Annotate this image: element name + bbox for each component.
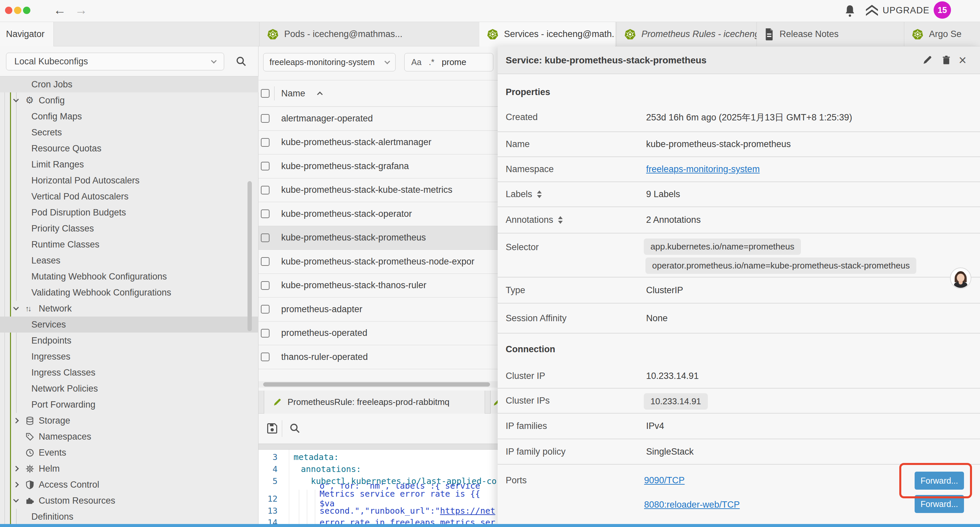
search-icon[interactable]	[235, 56, 247, 67]
property-value: IPv4	[646, 414, 664, 439]
sidebar-item-mutating-webhook-configurations[interactable]: Mutating Webhook Configurations	[0, 269, 259, 285]
scrollbar-thumb[interactable]	[263, 382, 490, 387]
table-row[interactable]: kube-prometheus-stack-thanos-ruler	[259, 274, 498, 298]
tab-release-notes[interactable]: Release Notes	[757, 22, 904, 46]
row-checkbox[interactable]	[261, 329, 269, 338]
namespace-link[interactable]: freeleaps-monitoring-system	[646, 164, 760, 174]
port-link-8080[interactable]: 8080:reloader-web/TCP	[644, 500, 740, 510]
window-maximize-button[interactable]	[23, 7, 30, 14]
sidebar-item-network-policies[interactable]: Network Policies	[0, 381, 259, 396]
expand-collapse-icon[interactable]	[537, 191, 542, 198]
row-checkbox[interactable]	[261, 162, 269, 170]
table-row-selected[interactable]: kube-prometheus-stack-prometheus	[259, 226, 498, 250]
tab-prometheus-rules[interactable]: Prometheus Rules - icecheng...	[616, 22, 757, 46]
sidebar-item-namespaces[interactable]: Namespaces	[0, 428, 259, 444]
sidebar-item-access-control[interactable]: Access Control	[0, 477, 259, 493]
row-checkbox[interactable]	[261, 281, 269, 290]
row-checkbox[interactable]	[261, 234, 269, 242]
notifications-bell-icon[interactable]	[845, 4, 855, 17]
editor-toolbar	[259, 414, 498, 444]
row-checkbox[interactable]	[261, 186, 269, 194]
select-all-checkbox[interactable]	[261, 89, 269, 98]
row-checkbox[interactable]	[261, 353, 269, 361]
window-close-button[interactable]	[5, 7, 12, 14]
match-case-toggle[interactable]: Aa	[411, 57, 422, 67]
forward-arrow-icon[interactable]: →	[75, 3, 88, 18]
sidebar-item-helm[interactable]: Helm	[0, 461, 259, 477]
filter-input[interactable]: Aa .* prome	[404, 53, 493, 72]
name-column-header[interactable]: Name	[281, 80, 322, 107]
upgrade-button[interactable]: UPGRADE	[866, 5, 930, 16]
sidebar-item-endpoints[interactable]: Endpoints	[0, 333, 259, 349]
save-icon[interactable]	[266, 422, 278, 434]
back-arrow-icon[interactable]: ←	[53, 3, 66, 18]
port-link-9090[interactable]: 9090/TCP	[644, 475, 685, 486]
trash-icon[interactable]	[941, 55, 951, 65]
window-minimize-button[interactable]	[14, 7, 21, 14]
sidebar-item-cron-jobs[interactable]: Cron Jobs	[0, 76, 259, 92]
table-row[interactable]: alertmanager-operated	[259, 107, 498, 131]
cluster-ip-chip: 10.233.14.91	[644, 393, 708, 409]
row-checkbox[interactable]	[261, 114, 269, 123]
table-row[interactable]: prometheus-adapter	[259, 298, 498, 322]
editor-tab-prometheusrule[interactable]: PrometheusRule: freeleaps-prod-rabbitmq	[264, 390, 485, 414]
kubeconfig-row: Local Kubeconfigs	[0, 46, 258, 76]
sidebar-item-events[interactable]: Events	[0, 444, 259, 461]
tab-pods[interactable]: Pods - icecheng@mathmas...	[259, 22, 478, 46]
sidebar-item-limit-ranges[interactable]: Limit Ranges	[0, 156, 259, 172]
sidebar-item-vertical-pod-autoscalers[interactable]: Vertical Pod Autoscalers	[0, 188, 259, 204]
sidebar-item-config-maps[interactable]: Config Maps	[0, 108, 259, 124]
horizontal-scrollbar[interactable]	[259, 381, 498, 388]
expand-collapse-icon[interactable]	[558, 216, 563, 224]
sidebar-item-priority-classes[interactable]: Priority Classes	[0, 220, 259, 236]
row-checkbox[interactable]	[261, 209, 269, 218]
avatar[interactable]	[950, 267, 971, 289]
table-row[interactable]: kube-prometheus-stack-alertmanager	[259, 131, 498, 155]
row-checkbox[interactable]	[261, 305, 269, 314]
line-number: 13	[259, 506, 283, 516]
tab-navigator[interactable]: Navigator	[0, 22, 54, 46]
sidebar-item-config[interactable]: ⚙Config	[0, 92, 259, 108]
sidebar-item-leases[interactable]: Leases	[0, 253, 259, 269]
code-link[interactable]: https://net	[440, 506, 495, 516]
close-panel-icon[interactable]: ×	[959, 51, 966, 69]
property-value: 253d 16h 6m ago (2025年1月13日 GMT+8 1:25:3…	[646, 103, 852, 131]
line-number: 12	[259, 494, 283, 504]
table-row[interactable]: kube-prometheus-stack-grafana	[259, 154, 498, 178]
table-row[interactable]: kube-prometheus-stack-operator	[259, 202, 498, 226]
notification-count-badge[interactable]: 15	[934, 2, 951, 19]
sidebar-item-port-forwarding[interactable]: Port Forwarding	[0, 396, 259, 412]
row-checkbox[interactable]	[261, 257, 269, 266]
sidebar-item-secrets[interactable]: Secrets	[0, 124, 259, 140]
search-icon[interactable]	[289, 423, 301, 434]
namespace-selector[interactable]: freeleaps-monitoring-system	[263, 53, 396, 72]
tab-services-active[interactable]: Services - icecheng@math... ×	[479, 22, 615, 46]
sidebar-scrollbar-thumb[interactable]	[248, 181, 252, 331]
table-row[interactable]: kube-prometheus-stack-prometheus-node-ex…	[259, 250, 498, 274]
property-row-session-affinity: Session Affinity None	[498, 304, 980, 334]
sidebar-item-resource-quotas[interactable]: Resource Quotas	[0, 140, 259, 156]
tab-argo[interactable]: Argo Se	[904, 22, 980, 46]
edit-pencil-icon[interactable]	[922, 55, 932, 65]
regex-toggle[interactable]: .*	[429, 57, 434, 67]
sidebar-item-horizontal-pod-autoscalers[interactable]: Horizontal Pod Autoscalers	[0, 172, 259, 188]
sidebar-item-network[interactable]: ↑↓Network	[0, 301, 259, 317]
row-checkbox[interactable]	[261, 138, 269, 147]
sidebar-item-definitions[interactable]: Definitions	[0, 509, 259, 525]
property-label: Ports	[506, 465, 527, 523]
table-row[interactable]: thanos-ruler-operated	[259, 345, 498, 369]
sidebar-item-validating-webhook-configurations[interactable]: Validating Webhook Configurations	[0, 285, 259, 301]
sidebar-item-services[interactable]: Services	[0, 317, 259, 333]
sidebar-item-custom-resources[interactable]: Custom Resources	[0, 493, 259, 509]
filter-query-text: prome	[442, 57, 466, 67]
yaml-editor[interactable]: 3metadata: 4annotations: 5kubectl.kubern…	[259, 450, 498, 527]
sidebar-item-ingress-classes[interactable]: Ingress Classes	[0, 365, 259, 381]
editor-tab-partial[interactable]	[490, 390, 498, 414]
kubeconfig-selector[interactable]: Local Kubeconfigs	[6, 53, 224, 70]
table-row[interactable]: kube-prometheus-stack-kube-state-metrics	[259, 178, 498, 202]
sidebar-item-pod-disruption-budgets[interactable]: Pod Disruption Budgets	[0, 204, 259, 220]
sidebar-item-storage[interactable]: Storage	[0, 412, 259, 428]
sidebar-item-ingresses[interactable]: Ingresses	[0, 349, 259, 365]
table-row[interactable]: prometheus-operated	[259, 322, 498, 345]
sidebar-item-runtime-classes[interactable]: Runtime Classes	[0, 236, 259, 253]
